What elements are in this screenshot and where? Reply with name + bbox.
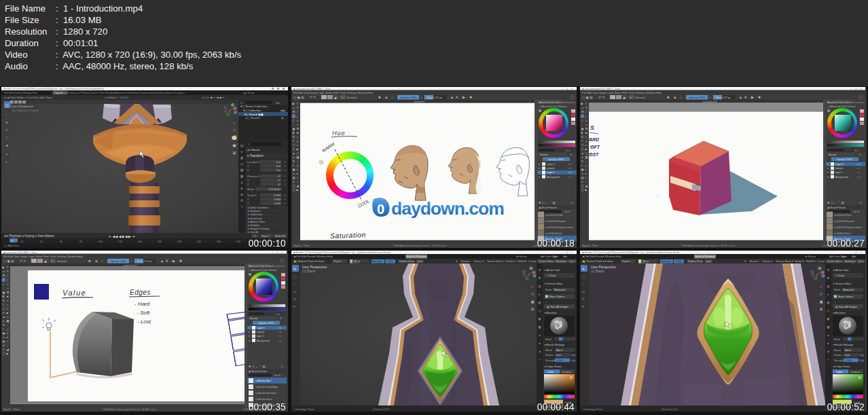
svg-text:Opacity: 100%: Opacity: 100%	[689, 96, 706, 99]
svg-text:↻: ↻	[5, 128, 8, 132]
svg-text:TexDraw.001: TexDraw.001	[373, 408, 390, 411]
svg-text:↶ ↷: ↶ ↷	[310, 96, 316, 99]
svg-text:⊞: ⊞	[531, 307, 535, 311]
svg-text:as 0126-03 Paint: as 0126-03 Paint	[834, 214, 852, 217]
svg-text:▤▾: ▤▾	[276, 101, 280, 105]
svg-text:×: ×	[239, 264, 240, 267]
svg-text:Background: Background	[835, 176, 848, 179]
svg-text:⌘: ⌘	[3, 274, 5, 277]
svg-text:▶: ▶	[173, 259, 175, 263]
svg-text:╱: ╱	[585, 110, 587, 113]
svg-text:artwork: artwork	[547, 167, 555, 170]
svg-text:▾ Color Picker: ▾ Color Picker	[545, 365, 562, 368]
svg-text:▣: ▣	[232, 143, 236, 147]
svg-text:File Edit Render Window: File Edit Render Window Help	[4, 92, 37, 94]
svg-text:as 0136-04 final: as 0136-04 final	[545, 232, 562, 235]
svg-text:0: 0	[377, 202, 384, 217]
svg-text:✎: ✎	[5, 153, 8, 156]
svg-text:□: □	[281, 365, 283, 368]
svg-text:☉: ☉	[531, 292, 535, 296]
svg-text:▾ Brushes: ▾ Brushes	[545, 311, 557, 314]
svg-text:Start 1: Start 1	[261, 234, 270, 238]
svg-text:⌕: ⌕	[820, 285, 822, 289]
svg-text:▤ Save All Images: ▤ Save All Images	[835, 306, 857, 308]
svg-text:Layer 4: Layer 4	[547, 163, 555, 166]
svg-text:◆ saturation.kra 0907 TIME ? -: ◆ saturation.kra 0907 TIME ? - Krita	[293, 88, 330, 90]
svg-text:▢: ▢	[582, 274, 585, 278]
svg-text:☉: ☉	[820, 292, 823, 296]
svg-text:◉: ◉	[827, 350, 830, 353]
svg-text:Opacity: 100%: Opacity: 100%	[258, 322, 274, 325]
svg-text:Advanced Color Selecto: Advanced Color Selecto	[827, 101, 852, 104]
svg-text:00:00:18: 00:00:18	[537, 238, 575, 248]
svg-text:Mix ▾: Mix ▾	[845, 349, 851, 352]
svg-text:Pop darkness: Pop darkness	[272, 265, 286, 268]
svg-text:▲: ▲	[3, 315, 5, 319]
svg-text:✎: ✎	[293, 297, 296, 301]
svg-text:▲: ▲	[581, 151, 584, 155]
svg-text:⊞▾ ☰: ⊞▾ ☰	[564, 211, 571, 213]
svg-text:▸ Visibility: ▸ Visibility	[248, 224, 259, 227]
svg-text:▲: ▲	[450, 95, 454, 99]
svg-text:▢ Advanced Color Selector: ▢ Advanced Color Selector	[249, 269, 277, 272]
svg-text:☉: ☉	[232, 128, 236, 132]
svg-text:▶: ▶	[751, 95, 754, 99]
svg-text:Texture Slots ▾: Texture Slots ▾	[827, 260, 844, 263]
svg-text:🧭: 🧭	[232, 135, 237, 141]
svg-text:Brush ▾: Brush ▾	[461, 260, 470, 263]
svg-text:▭: ▭	[293, 106, 295, 109]
svg-text:artwork: artwork	[835, 167, 844, 170]
svg-text:◯: ◯	[3, 307, 6, 310]
svg-text:▼: ▼	[570, 154, 573, 156]
svg-text:Color: Color	[836, 371, 843, 374]
svg-text:✎▾ ■ Object Mode ▾ View Sel: ✎▾ ■ Object Mode ▾ View Select Add Objec…	[3, 96, 52, 99]
svg-text:Mix ▾: Mix ▾	[354, 260, 360, 263]
svg-text:◑ ⊙: ◑ ⊙	[568, 163, 572, 166]
svg-text:Opacity: 100%: Opacity: 100%	[400, 96, 417, 99]
svg-text:⇅: ⇅	[293, 135, 295, 139]
svg-text:▢▾ Image Paint: ▢▾ Image Paint	[294, 408, 314, 411]
svg-text:⚙▾ Playback ▾ Keying ▾ View: ⚙▾ Playback ▾ Keying ▾ View Marker	[4, 234, 55, 238]
svg-text:✎: ✎	[744, 260, 746, 263]
svg-text:✎ ▾: ✎ ▾	[566, 149, 570, 152]
svg-text:Mode: Mode	[247, 187, 255, 191]
svg-text:⚛: ⚛	[538, 358, 541, 361]
svg-text:⚲: ⚲	[240, 101, 242, 105]
svg-text:Mix ▾: Mix ▾	[556, 349, 562, 352]
svg-text:⊞▾ ☰: ⊞▾ ☰	[274, 374, 281, 377]
svg-text:◈: ◈	[827, 342, 830, 345]
svg-text:▾ Texture Slots: ▾ Texture Slots	[545, 282, 562, 285]
svg-text:▼: ▼	[280, 317, 283, 320]
svg-text:1px▾: 1px▾	[417, 260, 422, 263]
svg-text:▭: ▭	[3, 270, 5, 273]
svg-text:Strength: Strength	[834, 359, 844, 362]
svg-text:⌘: ⌘	[7, 291, 10, 294]
svg-text:as 0136-06 Impasto: as 0136-06 Impasto	[545, 220, 566, 223]
svg-text:Stroke ▾: Stroke ▾	[506, 260, 516, 263]
svg-text:User Perspective: User Perspective	[302, 266, 327, 269]
svg-text:Texture Mask ▾: Texture Mask ▾	[776, 260, 793, 263]
svg-text:✎: ✎	[585, 106, 588, 109]
svg-text:saturation*: saturation*	[414, 101, 426, 103]
svg-text:✎: ✎	[297, 106, 300, 109]
svg-text:✺: ✺	[378, 96, 381, 99]
svg-text:Base Color ▾: Base Color ▾	[838, 295, 853, 298]
svg-text:a) Blender Rounded: a) Blender Rounded	[255, 392, 276, 395]
svg-text:⊙: ⊙	[3, 311, 5, 314]
svg-text:Falloff ▾: Falloff ▾	[806, 260, 815, 263]
svg-text:⇅: ⇅	[293, 160, 295, 163]
svg-text:◈: ◈	[385, 96, 388, 99]
svg-text:▾▢ Collection: ▾▢ Collection	[243, 109, 261, 112]
svg-text:60: 60	[60, 240, 62, 243]
svg-text:✺: ✺	[88, 259, 91, 263]
svg-text:▢: ▢	[5, 136, 8, 139]
svg-text:Advanced Color Selecto: Advanced Color Selecto	[249, 265, 273, 268]
svg-text:▤▾: ▤▾	[852, 255, 856, 258]
svg-text:▾◇ Sword ◉▣: ▾◇ Sword ◉▣	[245, 113, 264, 116]
svg-text:⊙: ⊙	[581, 180, 584, 183]
svg-text:▣: ▣	[581, 127, 584, 130]
svg-text:00:00:44: 00:00:44	[537, 402, 575, 412]
svg-text:□: □	[571, 201, 573, 204]
svg-text:▢▾ Image Paint: ▢▾ Image Paint	[583, 408, 603, 411]
svg-text:✚: ✚	[179, 259, 182, 263]
